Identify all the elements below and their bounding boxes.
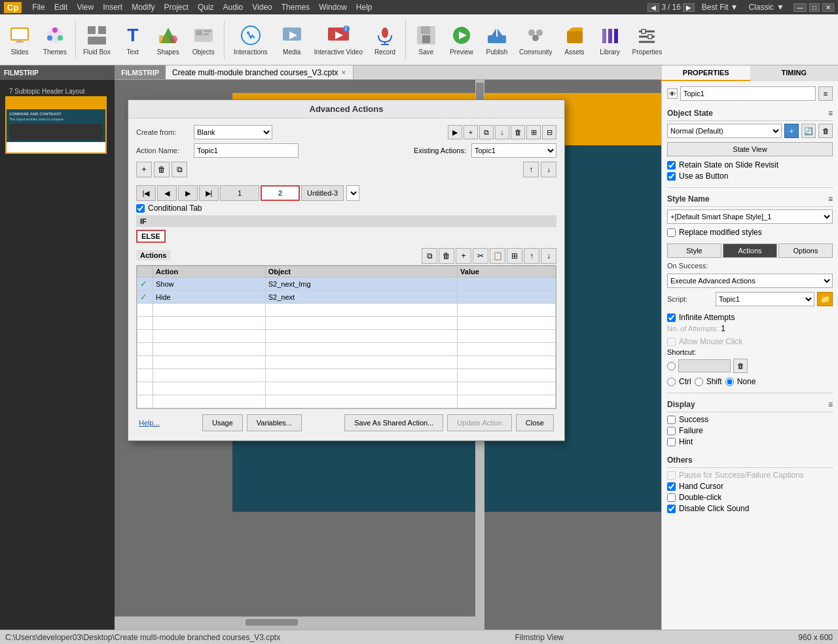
shortcut-text-input[interactable] <box>678 359 731 372</box>
state-view-btn[interactable]: State View <box>667 142 833 156</box>
pause-check[interactable] <box>667 471 676 480</box>
table-row[interactable]: ✓ Show S2_next_Img <box>137 277 556 291</box>
tab-timing[interactable]: TIMING <box>750 65 839 81</box>
state-select[interactable]: Normal (Default) <box>667 124 782 138</box>
retain-state-check[interactable] <box>667 161 676 170</box>
nav-next-btn[interactable]: ▶ <box>683 3 695 12</box>
object-name-input[interactable] <box>680 86 816 101</box>
script-select[interactable]: Topic1 <box>716 292 814 306</box>
variables-btn[interactable]: Variables... <box>247 414 302 431</box>
table-row-empty-3[interactable] <box>137 330 556 343</box>
save-shared-btn[interactable]: Save As Shared Action... <box>344 414 443 431</box>
success-check[interactable] <box>667 416 676 424</box>
filmstrip-panel-tab[interactable]: FILMSTRIP <box>115 65 166 79</box>
nav-prev-btn[interactable]: ◀ <box>647 3 659 12</box>
menu-help[interactable]: Help <box>352 1 376 13</box>
object-state-menu[interactable]: ≡ <box>828 109 833 118</box>
hint-check[interactable] <box>667 438 676 446</box>
toolbar-themes[interactable]: Themes <box>38 17 72 63</box>
restore-btn[interactable]: □ <box>809 3 820 12</box>
row1-action[interactable]: Show <box>153 277 266 291</box>
toolbar-record[interactable]: Record <box>368 17 402 63</box>
minimize-btn[interactable]: — <box>793 3 807 12</box>
toolbar-preview[interactable]: Preview <box>445 17 479 63</box>
close-btn[interactable]: Close <box>516 414 554 431</box>
duplicate-row-btn[interactable]: ⧉ <box>172 162 187 177</box>
usage-btn[interactable]: Usage <box>202 414 243 431</box>
on-success-select[interactable]: Execute Advanced Actions <box>667 274 833 288</box>
folder-btn[interactable]: 📁 <box>817 292 833 306</box>
collapse-btn[interactable]: ⊟ <box>542 125 556 139</box>
close-btn[interactable]: ✕ <box>822 3 834 12</box>
actions-paste-btn[interactable]: 📋 <box>490 248 505 264</box>
add-row-btn[interactable]: + <box>136 162 152 177</box>
toolbar-shapes[interactable]: Shapes <box>151 17 185 63</box>
row2-check[interactable]: ✓ <box>137 291 153 304</box>
play-btn[interactable]: ▶ <box>448 125 462 139</box>
use-as-button-check[interactable] <box>667 172 676 181</box>
replace-modified-check[interactable] <box>667 228 676 237</box>
disable-click-sound-check[interactable] <box>667 505 676 513</box>
options-tab[interactable]: Options <box>778 243 833 258</box>
actions-cut-btn[interactable]: ✂ <box>473 248 488 264</box>
help-link[interactable]: Help... <box>139 419 160 427</box>
actions-tab[interactable]: Actions <box>723 243 777 258</box>
visibility-icon[interactable]: 👁 <box>667 88 678 99</box>
toolbar-community[interactable]: Community <box>515 17 556 63</box>
toolbar-publish[interactable]: Publish <box>480 17 514 63</box>
toolbar-text[interactable]: T Text <box>116 17 150 63</box>
adv-tab-1[interactable]: 1 <box>220 185 259 201</box>
layout-dropdown[interactable]: ▼ <box>776 3 784 12</box>
table-row-empty-8[interactable] <box>137 395 556 408</box>
row2-action[interactable]: Hide <box>153 291 266 304</box>
toolbar-slides[interactable]: Slides <box>3 17 37 63</box>
table-row-empty-4[interactable] <box>137 343 556 356</box>
none-radio[interactable] <box>725 378 734 386</box>
menu-quiz[interactable]: Quiz <box>194 1 218 13</box>
create-from-select[interactable]: Blank <box>194 125 272 139</box>
adv-tab-nav-last[interactable]: ▶| <box>199 185 219 201</box>
add-state-btn[interactable]: + <box>784 124 799 138</box>
row1-check[interactable]: ✓ <box>137 277 153 291</box>
toolbar-assets[interactable]: Assets <box>558 17 592 63</box>
row1-object[interactable]: S2_next_Img <box>265 277 457 291</box>
actions-dup-btn[interactable]: + <box>456 248 471 264</box>
update-action-btn[interactable]: Update Action <box>447 414 512 431</box>
toolbar-interactions[interactable]: Interactions <box>228 17 274 63</box>
shift-radio[interactable] <box>695 378 703 386</box>
adv-tab-nav-first[interactable]: |◀ <box>136 185 156 201</box>
toolbar-save[interactable]: Save <box>409 17 443 63</box>
actions-down-btn[interactable]: ↓ <box>541 248 556 264</box>
shortcut-radio[interactable] <box>667 362 676 370</box>
delete-btn[interactable]: 🗑 <box>511 125 525 139</box>
adv-tab-3[interactable]: Untitled-3 <box>301 185 344 201</box>
menu-edit[interactable]: Edit <box>50 1 72 13</box>
toolbar-library[interactable]: Library <box>593 17 627 63</box>
table-row[interactable]: ✓ Hide S2_next <box>137 291 556 304</box>
canvas-hscroll[interactable] <box>115 617 484 630</box>
filmstrip-tab-label[interactable]: FILMSTRIP <box>4 69 39 77</box>
actions-table-container[interactable]: Action Object Value ✓ Show S2_next_Img <box>136 265 556 409</box>
expand-btn[interactable]: ⊞ <box>526 125 541 139</box>
row2-value[interactable] <box>458 291 556 304</box>
tab-close-icon[interactable]: ✕ <box>341 69 346 76</box>
copy-btn[interactable]: ⧉ <box>479 125 494 139</box>
delete-state-btn[interactable]: 🗑 <box>818 124 833 138</box>
style-tab[interactable]: Style <box>667 243 721 258</box>
style-select[interactable]: +[Default Smart Shape Style]_1 <box>667 209 833 224</box>
conditional-tab-check[interactable] <box>136 204 145 213</box>
toolbar-interactive-video[interactable]: i Interactive Video <box>310 17 367 63</box>
slide-thumbnail[interactable]: COMPARE AND CONTRAST This layout enables… <box>5 96 107 154</box>
shortcut-delete-btn[interactable]: 🗑 <box>733 359 748 373</box>
table-row-empty-1[interactable] <box>137 304 556 317</box>
double-click-check[interactable] <box>667 493 676 502</box>
tab-properties[interactable]: PROPERTIES <box>662 65 750 81</box>
hand-cursor-check[interactable] <box>667 482 676 491</box>
menu-project[interactable]: Project <box>160 1 192 13</box>
table-row-empty-2[interactable] <box>137 317 556 330</box>
main-tab[interactable]: Create multi-module branched courses_V3.… <box>166 65 353 79</box>
move-up-btn[interactable]: ↑ <box>523 162 539 177</box>
allow-mouse-check[interactable] <box>667 338 676 346</box>
menu-file[interactable]: File <box>28 1 48 13</box>
table-row-empty-5[interactable] <box>137 356 556 369</box>
